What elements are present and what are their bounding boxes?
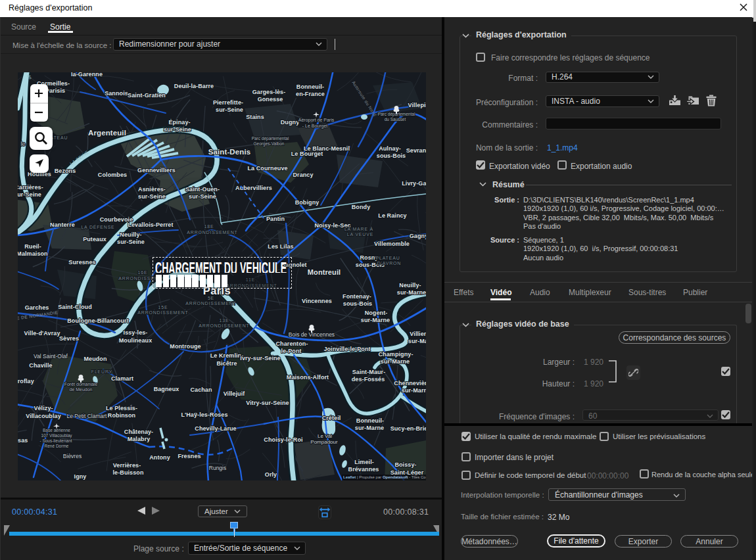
svg-text:Clamart: Clamart (111, 375, 133, 382)
svg-text:Montreuil: Montreuil (308, 268, 341, 276)
svg-text:sur-Seine: sur-Seine (164, 126, 191, 133)
svg-text:La Courneuve: La Courneuve (247, 165, 287, 172)
svg-text:sur-Marne: sur-Marne (408, 338, 426, 344)
svg-text:Nanterre: Nanterre (50, 222, 75, 228)
svg-text:Malabry: Malabry (128, 436, 151, 442)
svg-text:15E: 15E (158, 305, 168, 310)
svg-text:Aubervilliers: Aubervilliers (235, 185, 272, 191)
svg-text:Le Petit Clamart: Le Petit Clamart (67, 413, 108, 419)
svg-text:Levallois-Perret: Levallois-Perret (128, 222, 173, 228)
svg-text:Pierrefitte-: Pierrefitte- (213, 99, 243, 106)
svg-text:Parc départemental: Parc départemental (252, 136, 289, 141)
svg-text:Choisy-le-Roi: Choisy-le-Roi (264, 436, 302, 443)
svg-text:Carrières-: Carrières- (18, 184, 43, 191)
svg-text:Orly: Orly (265, 471, 277, 478)
svg-text:la-Garenne: la-Garenne (71, 72, 103, 78)
svg-text:Rungis: Rungis (209, 465, 226, 471)
svg-text:Neuilly-: Neuilly- (399, 282, 421, 289)
svg-text:Montrouge: Montrouge (170, 343, 201, 350)
svg-text:Moulineaux: Moulineaux (119, 337, 153, 344)
svg-text:Deuil-la-Barre: Deuil-la-Barre (174, 83, 214, 89)
svg-text:sur-Seine: sur-Seine (189, 193, 216, 200)
svg-text:Châtenay-: Châtenay- (124, 429, 153, 435)
svg-text:Igny: Igny (74, 473, 87, 480)
svg-text:de Meudon: de Meudon (69, 387, 92, 392)
svg-text:Malmaison: Malmaison (18, 250, 48, 257)
svg-text:sur-Marne: sur-Marne (381, 358, 410, 365)
svg-text:Bonneuil-: Bonneuil- (356, 417, 384, 424)
svg-text:Le Blanc-Mesnil: Le Blanc-Mesnil (304, 145, 350, 152)
svg-text:Fresnes: Fresnes (177, 453, 201, 459)
svg-text:Boulogne-Billancourt: Boulogne-Billancourt (67, 317, 129, 324)
svg-text:Colombes: Colombes (98, 172, 127, 178)
svg-text:Chennevières-: Chennevières- (394, 380, 426, 386)
svg-text:Champigny-: Champigny- (378, 351, 413, 358)
svg-text:Bonneuil-: Bonneuil- (296, 83, 324, 90)
svg-text:Villejuif: Villejuif (224, 390, 246, 397)
svg-text:Parisis: Parisis (45, 87, 65, 94)
svg-text:n-Josas: n-Josas (18, 437, 28, 444)
svg-text:sous-Bois: sous-Bois (343, 300, 372, 307)
svg-text:Argenteuil: Argenteuil (88, 129, 126, 137)
svg-text:- Le Bourget: - Le Bourget (302, 124, 328, 129)
svg-text:- Sous-lieutenant: - Sous-lieutenant (39, 438, 72, 443)
svg-text:Limeil-: Limeil- (354, 459, 374, 465)
svg-text:Georges-Valbon: Georges-Valbon (254, 141, 285, 147)
svg-text:Brévannes: Brévannes (348, 466, 379, 473)
svg-text:Sèvres: Sèvres (59, 335, 79, 342)
svg-text:Le Plessis-: Le Plessis- (106, 405, 137, 411)
svg-text:Villiers-: Villiers- (410, 331, 426, 337)
svg-text:Vélizy-: Vélizy- (34, 405, 53, 411)
svg-text:Pompadour: Pompadour (310, 439, 338, 445)
svg-text:Créteil: Créteil (322, 415, 341, 421)
svg-text:Nogent-: Nogent- (365, 310, 388, 316)
svg-text:sur-Marne: sur-Marne (402, 387, 426, 394)
svg-text:Puteaux: Puteaux (83, 236, 106, 243)
svg-text:Pantin: Pantin (266, 216, 285, 222)
svg-text:sur-Marne: sur-Marne (397, 289, 426, 296)
svg-text:Fontenay-: Fontenay- (343, 293, 371, 300)
svg-text:Garges-lès-: Garges-lès- (252, 89, 286, 95)
svg-text:Cachan: Cachan (190, 386, 212, 393)
svg-text:Neuilly-: Neuilly- (120, 231, 141, 238)
svg-text:sur-Marne: sur-Marne (361, 317, 390, 323)
svg-text:Sannois: Sannois (105, 90, 128, 97)
svg-text:Dugny: Dugny (281, 119, 300, 126)
svg-text:Bezons: Bezons (55, 168, 76, 174)
svg-text:Bagneux: Bagneux (154, 386, 179, 392)
svg-text:Sucy-en-Brie: Sucy-en-Brie (390, 425, 426, 432)
svg-text:Forêt domaniale: Forêt domaniale (64, 382, 98, 386)
svg-text:Suresnes: Suresnes (68, 259, 95, 266)
svg-text:sur-Seine: sur-Seine (117, 239, 145, 245)
svg-text:sous-Bois: sous-Bois (377, 152, 406, 159)
svg-text:Stains: Stains (246, 114, 264, 120)
svg-text:Épinay-: Épinay- (168, 119, 190, 126)
svg-text:Villepinte: Villepinte (408, 102, 426, 108)
svg-text:ARRONDISSEMENT: ARRONDISSEMENT (199, 323, 249, 328)
svg-text:Vincennes: Vincennes (302, 298, 332, 304)
svg-text:Chaville: Chaville (29, 362, 52, 369)
svg-text:Viroflay: Viroflay (18, 378, 34, 385)
svg-text:en-France: en-France (296, 91, 325, 97)
svg-text:L'Haÿ-les-Roses: L'Haÿ-les-Roses (181, 411, 227, 418)
svg-text:Gennevilliers: Gennevilliers (137, 167, 176, 174)
svg-text:Saint-Cloud: Saint-Cloud (58, 304, 92, 310)
svg-text:Rueil-: Rueil- (24, 243, 41, 250)
svg-text:Saint-Gratien: Saint-Gratien (128, 92, 166, 99)
svg-text:Les Lilas: Les Lilas (268, 243, 293, 250)
svg-text:Asnières-: Asnières- (138, 186, 166, 193)
svg-text:du Sausset: du Sausset (385, 117, 406, 122)
svg-text:sur-Seine: sur-Seine (138, 193, 166, 200)
svg-text:16E: 16E (138, 270, 148, 275)
svg-text:Chevilly-Larue: Chevilly-Larue (195, 425, 236, 432)
svg-text:Sevran: Sevran (406, 147, 426, 154)
svg-text:LA DÉFENSE: LA DÉFENSE (81, 224, 114, 229)
svg-text:Saint-Maur-: Saint-Maur- (352, 369, 386, 375)
svg-text:Joinville-le-Pont: Joinville-le-Pont (323, 346, 370, 352)
svg-text:Val Saint-Olaf: Val Saint-Olaf (34, 353, 68, 360)
svg-text:Ville-d'Avray: Ville-d'Avray (24, 330, 60, 337)
svg-text:Boissy-: Boissy- (394, 461, 416, 468)
svg-text:Meudon: Meudon (83, 356, 106, 362)
svg-text:le-Pont: le-Pont (281, 348, 301, 354)
svg-text:Issy-les-: Issy-les- (124, 329, 148, 336)
